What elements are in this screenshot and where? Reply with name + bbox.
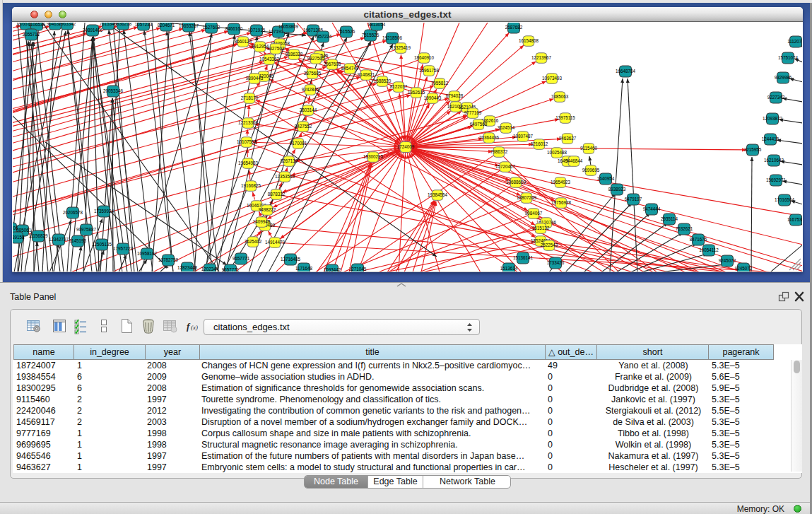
- svg-text:7625402: 7625402: [245, 239, 262, 244]
- svg-text:10688609: 10688609: [506, 180, 526, 185]
- svg-text:8427552: 8427552: [295, 124, 312, 129]
- svg-text:9329986: 9329986: [775, 75, 792, 80]
- svg-text:12213369: 12213369: [238, 120, 259, 125]
- svg-text:7485063: 7485063: [551, 94, 569, 99]
- svg-text:2718170: 2718170: [241, 95, 259, 100]
- svg-text:1106539: 1106539: [28, 23, 46, 27]
- svg-text:12093872: 12093872: [763, 116, 783, 121]
- svg-text:9146821: 9146821: [358, 72, 375, 77]
- svg-text:1990443: 1990443: [424, 95, 442, 100]
- svg-text:16053809: 16053809: [278, 24, 299, 29]
- svg-text:20364436: 20364436: [479, 135, 500, 140]
- svg-text:1615132: 1615132: [532, 226, 550, 230]
- svg-text:19654983: 19654983: [238, 160, 259, 165]
- svg-text:15136141: 15136141: [513, 255, 534, 260]
- svg-text:8186328: 8186328: [286, 52, 303, 57]
- svg-text:13716485: 13716485: [281, 257, 301, 262]
- svg-text:14914479: 14914479: [265, 240, 286, 245]
- svg-text:9227342: 9227342: [767, 95, 785, 100]
- svg-text:1112074: 1112074: [787, 39, 802, 44]
- svg-text:10958107: 10958107: [137, 251, 158, 256]
- svg-text:18807249: 18807249: [517, 195, 537, 200]
- svg-text:9463627: 9463627: [559, 136, 577, 141]
- svg-text:15720407: 15720407: [495, 164, 516, 169]
- svg-text:11156829: 11156829: [28, 233, 48, 238]
- svg-text:1362615: 1362615: [408, 90, 425, 95]
- svg-text:7515526: 7515526: [338, 29, 355, 34]
- svg-text:1171648: 1171648: [295, 266, 313, 271]
- svg-text:12213967: 12213967: [531, 55, 552, 60]
- svg-text:10025488: 10025488: [547, 150, 567, 155]
- svg-text:12505135: 12505135: [92, 242, 112, 247]
- svg-text:2522543: 2522543: [541, 243, 558, 247]
- svg-text:1513614: 1513614: [500, 266, 518, 271]
- svg-text:16210643: 16210643: [764, 158, 784, 163]
- svg-text:1963342: 1963342: [59, 23, 76, 26]
- svg-text:3624514: 3624514: [498, 125, 515, 130]
- svg-text:19218506: 19218506: [382, 35, 403, 40]
- svg-text:12353594: 12353594: [275, 174, 295, 179]
- svg-text:90975887: 90975887: [76, 227, 97, 232]
- svg-text:17957223: 17957223: [113, 246, 134, 251]
- svg-text:8267130: 8267130: [281, 158, 298, 163]
- svg-text:10543362: 10543362: [259, 57, 280, 62]
- svg-text:12342737: 12342737: [49, 237, 69, 242]
- svg-text:9699695: 9699695: [582, 168, 600, 173]
- svg-text:20891406: 20891406: [83, 28, 103, 33]
- svg-text:8454749: 8454749: [341, 66, 359, 71]
- svg-text:9327505: 9327505: [307, 56, 325, 61]
- svg-text:9777169: 9777169: [464, 110, 482, 115]
- svg-text:9498222: 9498222: [259, 207, 276, 212]
- svg-text:1145193: 1145193: [69, 238, 87, 243]
- svg-text:9446844: 9446844: [565, 158, 583, 163]
- svg-text:9245072: 9245072: [719, 258, 736, 263]
- svg-text:1409948: 1409948: [253, 219, 271, 224]
- svg-text:2935114: 2935114: [661, 216, 678, 221]
- svg-text:13975115: 13975115: [555, 115, 575, 120]
- svg-text:10807487: 10807487: [513, 134, 534, 139]
- svg-text:1588520: 1588520: [374, 78, 392, 83]
- svg-text:7357224: 7357224: [314, 34, 332, 39]
- svg-text:8204671: 8204671: [158, 23, 175, 28]
- svg-text:10973493: 10973493: [542, 76, 563, 81]
- svg-text:2967608: 2967608: [324, 62, 341, 66]
- svg-text:19166825: 19166825: [241, 183, 261, 188]
- svg-text:1202344: 1202344: [201, 267, 219, 271]
- svg-text:8466160: 8466160: [225, 26, 243, 31]
- svg-text:8878332: 8878332: [268, 192, 286, 197]
- svg-text:9890443: 9890443: [246, 76, 264, 81]
- svg-text:15751074: 15751074: [778, 55, 799, 60]
- svg-text:9245072: 9245072: [735, 266, 753, 271]
- svg-text:19384554: 19384554: [428, 192, 448, 197]
- svg-text:8471676: 8471676: [690, 237, 707, 242]
- svg-text:17016504: 17016504: [775, 197, 795, 202]
- svg-text:6479197: 6479197: [625, 197, 642, 201]
- svg-text:9084067: 9084067: [525, 211, 543, 216]
- svg-text:9170081: 9170081: [290, 141, 307, 146]
- svg-text:16961758: 16961758: [419, 68, 440, 73]
- svg-text:3215955: 3215955: [744, 147, 762, 152]
- svg-text:9657771: 9657771: [233, 256, 250, 261]
- svg-text:10107553: 10107553: [237, 139, 257, 144]
- svg-text:10653267: 10653267: [179, 23, 199, 28]
- svg-text:2687682: 2687682: [505, 25, 523, 30]
- svg-text:12823448: 12823448: [177, 265, 198, 270]
- svg-text:6794028: 6794028: [446, 93, 464, 98]
- svg-text:7515526: 7515526: [362, 33, 379, 37]
- svg-text:13325419: 13325419: [391, 45, 411, 50]
- svg-text:1733426: 1733426: [547, 260, 565, 265]
- svg-text:9242845: 9242845: [302, 87, 319, 92]
- svg-text:18640910: 18640910: [414, 55, 435, 60]
- svg-text:(x): (x): [191, 324, 198, 331]
- svg-text:1167534: 1167534: [787, 217, 802, 222]
- svg-text:8660124: 8660124: [235, 39, 252, 44]
- svg-text:8813054: 8813054: [368, 23, 386, 27]
- svg-text:2803144: 2803144: [300, 107, 317, 112]
- svg-text:9474444: 9474444: [643, 206, 661, 211]
- svg-text:9936218: 9936218: [114, 23, 132, 26]
- svg-text:939158: 939158: [13, 235, 25, 240]
- svg-text:1724009: 1724009: [397, 144, 415, 149]
- svg-text:17359924: 17359924: [94, 209, 114, 214]
- svg-text:1244415: 1244415: [762, 136, 779, 141]
- svg-text:8938923: 8938923: [608, 187, 626, 192]
